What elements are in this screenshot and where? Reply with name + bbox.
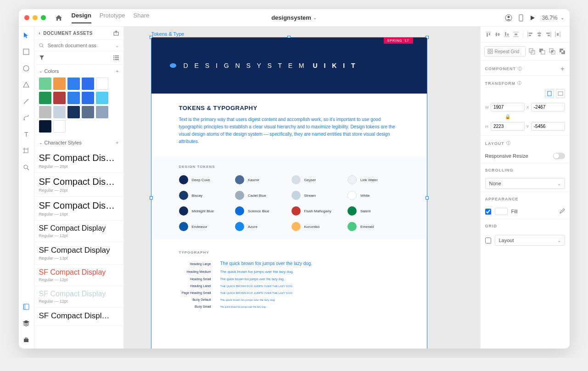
width-input[interactable] (491, 103, 525, 111)
avatar-icon[interactable] (505, 14, 512, 22)
y-input[interactable] (531, 122, 565, 131)
canvas[interactable]: Tokens & Type SPRING '17 D E S I G N S Y… (124, 27, 480, 349)
scrolling-select[interactable]: None ⌄ (485, 178, 565, 189)
chevron-down-icon[interactable]: ⌄ (39, 140, 43, 145)
distribute-h-icon[interactable] (554, 30, 562, 39)
info-icon[interactable]: ⓘ (517, 80, 522, 86)
info-icon[interactable]: ⓘ (518, 66, 522, 72)
artboard-label[interactable]: Tokens & Type (151, 31, 185, 37)
fill-checkbox[interactable] (485, 209, 491, 215)
tokens-heading: DESIGN TOKENS (179, 165, 399, 169)
list-view-icon[interactable] (113, 55, 119, 61)
share-icon[interactable] (113, 30, 119, 36)
color-swatch[interactable] (82, 92, 94, 104)
text-tool[interactable]: T (22, 130, 31, 138)
artboard[interactable]: SPRING '17 D E S I G N S Y S T E M U I K… (151, 38, 427, 349)
bool-exclude-icon[interactable] (559, 48, 566, 55)
select-tool[interactable] (22, 31, 31, 39)
document-title[interactable]: designsystem ⌄ (271, 14, 317, 21)
char-style-item[interactable]: SF Compact DisplayRegular — 12pt (34, 221, 123, 242)
distribute-v-icon[interactable] (512, 30, 520, 39)
align-left-icon[interactable] (526, 30, 534, 39)
design-token: Biscay (179, 191, 231, 200)
resize-handle[interactable] (150, 196, 153, 199)
assets-panel-icon[interactable] (22, 303, 31, 311)
height-input[interactable] (491, 122, 525, 131)
align-right-icon[interactable] (544, 30, 553, 39)
rotate-portrait-button[interactable] (545, 89, 554, 98)
minimize-button[interactable] (33, 15, 38, 20)
tab-prototype[interactable]: Prototype (100, 12, 125, 23)
color-swatch[interactable] (67, 92, 80, 104)
char-style-item[interactable]: SF Compact Displ… (34, 308, 123, 326)
bool-intersect-icon[interactable] (549, 48, 556, 55)
repeat-grid-button[interactable]: Repeat Grid (484, 46, 526, 56)
add-style-button[interactable]: + (116, 140, 118, 145)
device-icon[interactable] (519, 14, 523, 22)
grid-select[interactable]: Layout ⌄ (495, 235, 565, 246)
char-style-item[interactable]: SF Compact DisplayRegular — 13pt (34, 242, 123, 265)
maximize-button[interactable] (41, 15, 46, 20)
color-swatch[interactable] (67, 78, 80, 90)
polygon-tool[interactable] (22, 81, 31, 89)
zoom-tool[interactable] (22, 163, 31, 172)
color-swatch[interactable] (39, 92, 51, 104)
line-tool[interactable] (22, 97, 31, 105)
play-icon[interactable] (530, 15, 535, 21)
filter-icon[interactable] (39, 55, 45, 61)
char-style-item[interactable]: SF Compact Dis…Regular — 28pt (34, 149, 123, 173)
layers-panel-icon[interactable] (22, 319, 31, 327)
tab-share[interactable]: Share (134, 12, 150, 23)
rotate-landscape-button[interactable] (556, 89, 565, 98)
char-style-item[interactable]: SF Compact Dis…Regular — 16pt (34, 197, 123, 221)
search-input[interactable] (48, 43, 112, 48)
token-swatch (291, 191, 301, 200)
align-bottom-icon[interactable] (503, 30, 511, 39)
color-swatch[interactable] (67, 106, 80, 118)
color-swatch[interactable] (53, 106, 66, 118)
x-input[interactable] (531, 103, 565, 111)
search-chevron-icon[interactable]: ⌄ (115, 43, 119, 48)
artboard-tool[interactable] (22, 147, 31, 155)
add-component-button[interactable]: + (560, 65, 565, 72)
home-icon[interactable] (55, 15, 62, 21)
color-swatch[interactable] (53, 120, 66, 133)
lock-icon[interactable]: 🔒 (491, 114, 525, 119)
color-swatch[interactable] (39, 78, 51, 90)
color-swatch[interactable] (82, 78, 94, 90)
color-swatch[interactable] (96, 78, 108, 90)
bool-add-icon[interactable] (528, 48, 536, 55)
color-swatch[interactable] (82, 106, 94, 118)
color-swatch[interactable] (96, 106, 108, 118)
resize-handle[interactable] (426, 196, 429, 199)
typo-label: Body Default (179, 298, 211, 301)
char-style-item[interactable]: SF Compact Dis…Regular — 20pt (34, 173, 123, 197)
chevron-down-icon[interactable]: ⌄ (39, 69, 43, 73)
plugins-panel-icon[interactable] (22, 336, 31, 344)
info-icon[interactable]: ⓘ (506, 140, 511, 146)
eyedropper-icon[interactable] (559, 208, 565, 215)
ellipse-tool[interactable] (22, 64, 31, 72)
svg-rect-65 (558, 92, 563, 95)
responsive-resize-toggle[interactable] (553, 153, 565, 159)
color-swatch[interactable] (53, 78, 66, 90)
color-swatch[interactable] (39, 120, 51, 133)
align-top-icon[interactable] (484, 30, 493, 39)
tab-design[interactable]: Design (72, 12, 91, 23)
align-middle-icon[interactable] (493, 30, 502, 39)
bool-subtract-icon[interactable] (538, 48, 546, 55)
grid-checkbox[interactable] (485, 238, 491, 244)
pen-tool[interactable] (22, 114, 31, 122)
fill-swatch[interactable] (495, 208, 508, 215)
back-icon[interactable]: ‹ (39, 31, 41, 36)
char-style-item[interactable]: SF Compact DisplayRegular — 12pt (34, 286, 123, 308)
close-button[interactable] (24, 15, 29, 20)
rectangle-tool[interactable] (22, 48, 31, 56)
add-color-button[interactable]: + (116, 68, 118, 74)
align-center-icon[interactable] (535, 30, 543, 39)
color-swatch[interactable] (53, 92, 66, 104)
color-swatch[interactable] (96, 92, 108, 104)
zoom-control[interactable]: 36.7% ⌄ (542, 15, 564, 21)
color-swatch[interactable] (39, 106, 51, 118)
char-style-item[interactable]: SF Compact DisplayRegular — 12pt (34, 265, 123, 286)
